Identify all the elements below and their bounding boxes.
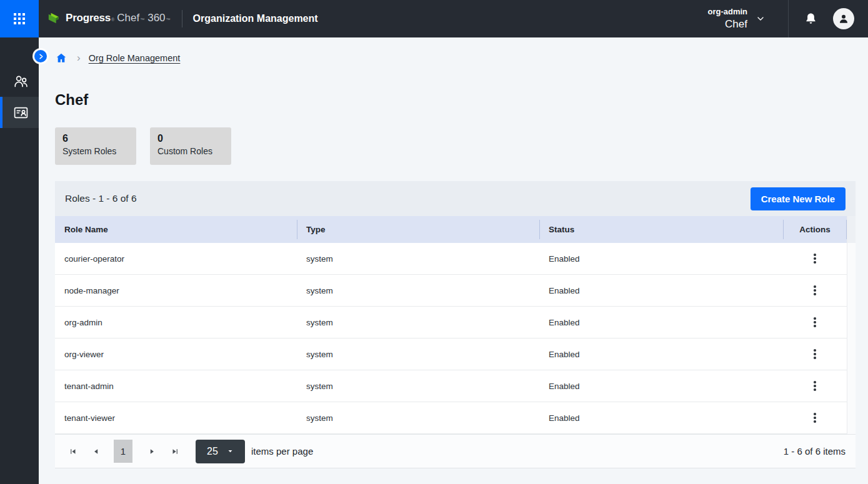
page-title: Chef [55,91,856,109]
kebab-menu-icon [814,357,816,358]
row-actions-menu-button[interactable] [810,250,819,267]
role-type-cell: system [297,254,539,264]
left-sidebar [0,37,39,484]
chevron-down-icon [756,14,766,24]
kebab-menu-icon [814,317,816,319]
role-status-cell: Enabled [539,413,783,423]
first-page-button[interactable] [65,443,81,460]
kebab-menu-icon [814,381,816,383]
column-header-actions: Actions [783,216,847,243]
pagination-bar: 1 25 items per page 1 - 6 of 6 items [55,434,856,468]
roles-table-header: Role Name Type Status Actions [55,216,847,243]
kebab-menu-icon [814,417,816,418]
role-name-cell: org-viewer [55,350,297,359]
create-new-role-button[interactable]: Create New Role [751,187,846,210]
roles-table: Role Name Type Status Actions courier-op… [55,216,847,434]
items-per-page-label: items per page [251,446,313,457]
table-scrollbar-thumb[interactable] [847,216,856,243]
breadcrumb-home-link[interactable] [55,52,67,64]
app-launcher-button[interactable] [0,0,39,37]
kebab-menu-icon [814,293,816,295]
user-menu-toggle-button[interactable] [756,14,766,24]
brand-progress-text: Progress [66,12,111,24]
column-header-status: Status [539,216,783,243]
row-actions-cell [783,409,847,426]
roles-panel: Roles - 1 - 6 of 6 Create New Role Role … [55,181,856,468]
last-page-button[interactable] [167,443,183,460]
row-actions-menu-button[interactable] [810,409,819,426]
avatar-icon [837,12,850,25]
table-scrollbar[interactable] [847,216,856,434]
custom-roles-label: Custom Roles [157,145,224,157]
role-type-cell: system [297,318,539,327]
column-header-role-name: Role Name [55,216,297,243]
custom-roles-count: 0 [157,132,224,145]
role-type-cell: system [297,350,539,359]
progress-logo-icon [47,12,61,26]
current-page-button[interactable]: 1 [114,440,132,463]
account-avatar-button[interactable] [833,8,854,29]
row-actions-menu-button[interactable] [810,377,819,394]
items-per-page-value: 25 [207,446,218,457]
brand-suffix-text: 360 [147,12,165,24]
table-row: tenant-adminsystemEnabled [55,370,847,402]
row-actions-menu-button[interactable] [810,345,819,362]
sidebar-item-users[interactable] [0,66,39,97]
column-header-type: Type [297,216,539,243]
table-row: org-viewersystemEnabled [55,338,847,370]
role-name-cell: tenant-viewer [55,413,297,423]
roles-panel-title: Roles - 1 - 6 of 6 [65,193,137,204]
waffle-menu-icon [12,12,26,26]
row-actions-menu-button[interactable] [810,314,819,330]
table-row: org-adminsystemEnabled [55,307,847,338]
notifications-button[interactable] [804,12,818,26]
items-per-page-select[interactable]: 25 [196,440,245,463]
kebab-menu-icon [814,321,816,323]
users-icon [12,73,29,90]
kebab-menu-icon [814,285,816,287]
role-name-cell: tenant-admin [55,382,297,391]
roles-table-body: courier-operatorsystemEnablednode-manage… [55,243,847,434]
previous-page-button[interactable] [88,443,104,460]
role-type-cell: system [297,382,539,391]
user-role-label: org-admin [707,7,747,17]
last-page-icon [171,447,179,456]
kebab-menu-icon [814,388,816,390]
stat-card-custom-roles: 0 Custom Roles [150,127,231,165]
role-type-cell: system [297,413,539,423]
kebab-menu-icon [814,420,816,422]
role-name-cell: node-manager [55,286,297,295]
kebab-menu-icon [814,254,816,255]
row-actions-cell [783,282,847,299]
brand-chef-text: Chef [117,12,139,24]
next-page-button[interactable] [144,443,160,460]
role-type-cell: system [297,286,539,295]
row-actions-menu-button[interactable] [810,282,819,299]
stats-row: 6 System Roles 0 Custom Roles [55,127,856,165]
main-content: › Org Role Management Chef 6 System Role… [39,37,868,484]
sidebar-item-org-roles[interactable] [0,97,39,128]
role-status-cell: Enabled [539,286,783,295]
table-row: courier-operatorsystemEnabled [55,243,847,275]
kebab-menu-icon [814,353,816,355]
sidebar-expand-button[interactable] [34,50,47,62]
role-status-cell: Enabled [539,382,783,391]
brand-suffix-mark: ™ [166,17,171,22]
top-header-bar: Progress®Chef™360™ Organization Manageme… [0,0,868,37]
role-card-icon [12,104,29,121]
kebab-menu-icon [814,385,816,387]
table-row: tenant-viewersystemEnabled [55,402,847,434]
role-status-cell: Enabled [539,350,783,359]
kebab-menu-icon [814,325,816,327]
row-actions-cell [783,250,847,267]
header-right-group: org-admin Chef [707,0,868,37]
caret-down-icon [227,448,234,455]
brand-progress-mark: ® [111,17,114,22]
breadcrumb-current-link[interactable]: Org Role Management [89,53,181,63]
role-status-cell: Enabled [539,318,783,327]
user-menu[interactable]: org-admin Chef [707,7,747,31]
brand-chef-mark: ™ [140,17,144,22]
system-roles-label: System Roles [62,145,129,157]
roles-panel-header: Roles - 1 - 6 of 6 Create New Role [55,181,856,216]
app-title: Organization Management [193,13,318,24]
